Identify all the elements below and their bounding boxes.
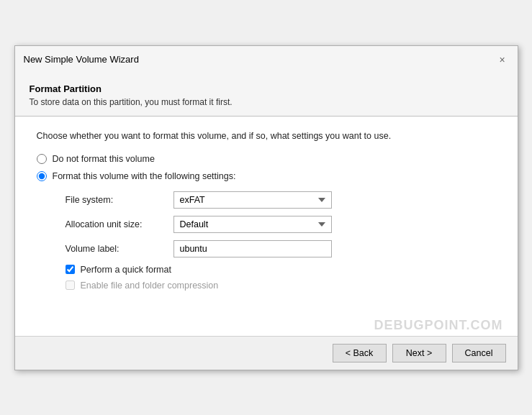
allocation-label: Allocation unit size: (66, 219, 173, 229)
watermark: DEBUGPOINT.COM (15, 311, 518, 336)
description-text: Choose whether you want to format this v… (37, 131, 496, 141)
next-button[interactable]: Next > (392, 344, 446, 362)
filesystem-select[interactable]: exFAT NTFS FAT32 (173, 191, 332, 209)
title-bar: New Simple Volume Wizard × (15, 46, 518, 72)
volume-label-control (173, 240, 332, 257)
filesystem-row: File system: exFAT NTFS FAT32 (66, 191, 496, 209)
footer: < Back Next > Cancel (15, 336, 518, 370)
no-format-label: Do not format this volume (53, 154, 155, 164)
dialog-window: New Simple Volume Wizard × Format Partit… (14, 45, 518, 370)
cancel-button[interactable]: Cancel (452, 344, 506, 362)
quick-format-label: Perform a quick format (81, 265, 171, 275)
section-title: Format Partition (30, 83, 503, 94)
format-settings-label: Format this volume with the following se… (53, 171, 236, 181)
header-section: Format Partition To store data on this p… (15, 72, 518, 116)
allocation-control: Default 512 1024 (173, 216, 332, 233)
volume-label-row: Volume label: (66, 240, 496, 257)
compression-checkbox[interactable] (66, 281, 75, 290)
format-options: Do not format this volume Format this vo… (37, 154, 496, 181)
compression-label: Enable file and folder compression (81, 281, 219, 291)
format-with-settings-option[interactable]: Format this volume with the following se… (37, 171, 496, 181)
content-area: Choose whether you want to format this v… (15, 117, 518, 311)
quick-format-checkbox[interactable] (66, 265, 75, 274)
allocation-row: Allocation unit size: Default 512 1024 (66, 216, 496, 233)
close-button[interactable]: × (496, 53, 509, 66)
section-subtitle: To store data on this partition, you mus… (30, 97, 503, 107)
volume-label-label: Volume label: (66, 244, 173, 254)
dialog-title: New Simple Volume Wizard (24, 54, 139, 65)
no-format-option[interactable]: Do not format this volume (37, 154, 496, 164)
filesystem-label: File system: (66, 195, 173, 205)
allocation-select[interactable]: Default 512 1024 (173, 216, 332, 233)
back-button[interactable]: < Back (333, 344, 387, 362)
settings-grid: File system: exFAT NTFS FAT32 Allocation… (66, 191, 496, 257)
format-radio[interactable] (37, 171, 47, 181)
quick-format-row[interactable]: Perform a quick format (66, 265, 496, 275)
filesystem-control: exFAT NTFS FAT32 (173, 191, 332, 209)
no-format-radio[interactable] (37, 154, 47, 164)
volume-label-input[interactable] (173, 240, 332, 257)
compression-row[interactable]: Enable file and folder compression (66, 281, 496, 291)
